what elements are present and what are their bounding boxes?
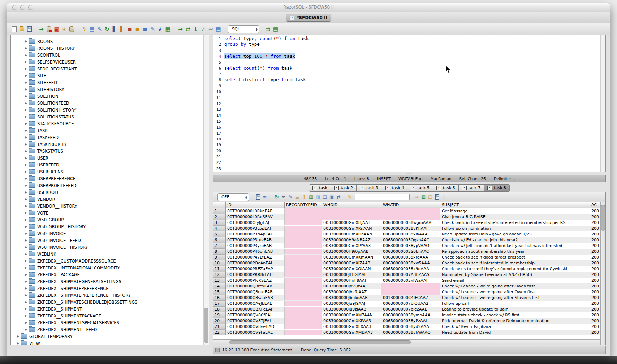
editor-line[interactable]: 14 — [213, 112, 600, 118]
cell-SUBJECT[interactable]: Check-in w/ Jeff - couldn't afford last … — [440, 243, 590, 248]
disclosure-triangle-icon[interactable]: ▶ — [23, 156, 29, 160]
editor-line[interactable]: 10 — [213, 89, 600, 95]
cell-ID[interactable]: 00T3000000Q8rugEAB — [226, 289, 285, 295]
disclosure-triangle-icon[interactable]: ▶ — [23, 53, 29, 57]
tree-item-rooms[interactable]: ▶ROOMS — [11, 38, 209, 45]
editor-line[interactable]: 16 — [213, 124, 600, 130]
cell-SUBJECT[interactable]: Nominated by Shane Freeman at ANZ (HR50) — [440, 272, 590, 277]
editor-line[interactable]: 5 — [213, 59, 600, 65]
cell-WHATID[interactable]: 0013000000C4fFCAAZ — [381, 295, 440, 300]
table-row[interactable]: 1700T3000000QAeJbEAL0033000000Ju9J9AAJ00… — [213, 301, 600, 307]
cell-WHOID[interactable]: 0033000000H9i0pAAB — [322, 249, 381, 254]
disclosure-triangle-icon[interactable]: ▶ — [23, 204, 29, 208]
cell-RECORDTYPEID[interactable] — [285, 301, 322, 306]
results-tab-task-8[interactable]: ×task 8 — [484, 184, 510, 192]
cell-ID[interactable]: 00T3000000P3N4pEAF — [226, 231, 285, 237]
export-icon[interactable]: ▦ — [420, 194, 427, 200]
new-connection-icon[interactable]: ∗ — [60, 25, 68, 33]
editor-line[interactable]: 20 — [213, 148, 600, 154]
row-number[interactable]: 7 — [213, 243, 226, 249]
tree-item-w50-group[interactable]: ▶W50_GROUP — [11, 216, 209, 223]
editor-line[interactable]: 17 — [213, 130, 600, 136]
cell-SUBJECT[interactable]: Send email — [440, 278, 590, 283]
tree-item-global-temporary[interactable]: ▶GLOBAL TEMPORARY — [11, 333, 209, 340]
row-number[interactable]: 4 — [213, 226, 226, 231]
cell-RECORDTYPEID[interactable] — [285, 226, 322, 231]
cell-RECORDTYPEID[interactable] — [285, 266, 322, 272]
tree-scrollbar[interactable] — [203, 35, 209, 344]
cell-AC[interactable]: 200 — [590, 278, 600, 283]
cell-WHATID[interactable]: 006300000058xrqAAA — [381, 255, 440, 260]
cell-RECORDTYPEID[interactable] — [285, 214, 322, 220]
row-number[interactable]: 8 — [213, 249, 226, 255]
row-number[interactable]: 22 — [213, 330, 226, 335]
editor-line[interactable]: 23 — [213, 166, 600, 172]
cell-AC[interactable]: 200 — [590, 237, 600, 243]
results-tab-task[interactable]: ×task — [309, 184, 331, 192]
row-number[interactable]: 9 — [213, 255, 226, 260]
cell-AC[interactable]: 200 — [590, 226, 600, 231]
tree-item-w50-group-history[interactable]: ▶W50_GROUP__HISTORY — [11, 223, 209, 230]
download-icon[interactable]: ↓ — [441, 194, 448, 200]
table-row[interactable]: 900T3000000P47LYEAZ0033000000GmXKmAAN006… — [213, 255, 600, 260]
cell-RECORDTYPEID[interactable] — [285, 260, 322, 266]
row-number[interactable]: 2 — [213, 214, 226, 220]
cell-WHOID[interactable]: 0033000000JbvRJAAZ — [322, 289, 381, 295]
table-row[interactable]: 1000T3000000POeAnEAL0033000000GmXIZAA300… — [213, 260, 600, 266]
tree-item-w50-invoice-feed[interactable]: ▶W50_INVOICE__FEED — [11, 237, 209, 244]
cell-WHOID[interactable]: 0033000000Ju9J9AAJ — [322, 301, 381, 306]
cell-AC[interactable]: 200 — [590, 272, 600, 277]
cell-WHATID[interactable] — [381, 283, 440, 289]
cell-ID[interactable]: 00T3000000QV9FaEAL — [226, 330, 285, 335]
disclosure-triangle-icon[interactable]: ▶ — [23, 273, 29, 276]
close-tab-icon[interactable]: × — [462, 186, 467, 190]
editor-line[interactable]: 2group by type — [213, 42, 600, 47]
disclosure-triangle-icon[interactable]: ▶ — [23, 136, 29, 139]
disclosure-triangle-icon[interactable]: ▶ — [23, 170, 29, 173]
refresh-pages-icon[interactable]: ↻ — [103, 25, 111, 33]
tree-item-solutionfeed[interactable]: ▶SOLUTIONFEED — [11, 100, 209, 107]
cell-AC[interactable]: 200 — [590, 214, 600, 220]
cell-RECORDTYPEID[interactable] — [285, 208, 322, 214]
cell-WHATID[interactable]: 00630000005S0bnAAC — [381, 249, 440, 254]
table-row[interactable]: 200T3000000L0RqSEAVGive Jenn a BIG RAISE… — [213, 214, 600, 220]
cell-WHATID[interactable]: 00630000005QgzhAAC — [381, 237, 440, 243]
disclosure-triangle-icon[interactable]: ▶ — [23, 239, 29, 242]
cell-SUBJECT[interactable]: Check w/ Kevin Tsujihara — [440, 324, 590, 329]
disclosure-triangle-icon[interactable]: ▶ — [23, 211, 29, 214]
row-number[interactable]: 5 — [213, 231, 226, 237]
cell-WHATID[interactable]: 006300000058yd5AAA — [381, 324, 440, 329]
tree-item-zkfedex-shipmatescheduledjobssettings[interactable]: ▶ZKFEDEX__SHIPMATESCHEDULEDJOBSSETTINGS — [11, 299, 209, 306]
table-row[interactable]: 1500T3000000Q8rugEAB0033000000JbvRJAAZCh… — [213, 289, 600, 295]
row-number[interactable]: 14 — [213, 283, 226, 289]
pencil-list-icon[interactable]: ✎ — [149, 25, 156, 33]
mode-combo[interactable]: SQL▲▼ — [228, 25, 259, 33]
row-number[interactable]: 12 — [213, 272, 226, 278]
table-row[interactable]: 1400T3000000Q8rexEAB0033000000JbvQzAAJCh… — [213, 283, 600, 289]
row-number[interactable]: 20 — [213, 318, 226, 324]
align-list-icon[interactable]: ≡ — [141, 25, 149, 33]
table-row[interactable]: 1300T3000000PfvKSEAZ0033000000HirF8AAJ00… — [213, 278, 600, 283]
sort-icon[interactable]: ↕ — [301, 194, 308, 200]
cell-SUBJECT[interactable]: Check w/ Leanne - we're going after Owen… — [440, 283, 590, 289]
disclosure-triangle-icon[interactable]: ▶ — [23, 225, 29, 228]
cell-SUBJECT[interactable]: Leanne to provide update to Bain — [440, 307, 590, 312]
tree-item-userlicense[interactable]: ▶USERLICENSE — [11, 168, 209, 175]
cell-ID[interactable]: 00T3000000P3tuvEAB — [226, 237, 285, 243]
cell-AC[interactable]: 200 — [590, 307, 600, 312]
disclosure-triangle-icon[interactable]: ▶ — [23, 108, 29, 112]
cell-ID[interactable]: 00T3000000PREZaEAP — [226, 266, 285, 272]
disclosure-triangle-icon[interactable]: ▶ — [23, 321, 29, 324]
table-row[interactable]: 400T3000000P3LopEAF0033000000GmXKnAAN006… — [213, 226, 600, 231]
max-rows-combo[interactable]: OFF▲▼ — [217, 193, 249, 201]
cell-RECORDTYPEID[interactable] — [285, 249, 322, 254]
cell-ID[interactable]: 00T3000000P47LYEAZ — [226, 255, 285, 260]
tree-item-vendor[interactable]: ▶VENDOR — [11, 196, 209, 203]
cell-ID[interactable]: 00T3000000QBXPeEAP — [226, 307, 285, 312]
cell-AC[interactable]: 200 — [590, 260, 600, 266]
cell-RECORDTYPEID[interactable] — [285, 318, 322, 324]
cell-ID[interactable]: 00T3000000OiyJgEAJ — [226, 220, 285, 225]
tree-item-vendor-history[interactable]: ▶VENDOR__HISTORY — [11, 203, 209, 209]
highlighter-icon[interactable]: ✎ — [346, 194, 353, 200]
tree-item-zkfedex-shipmategeneralsettings[interactable]: ▶ZKFEDEX__SHIPMATEGENERALSETTINGS — [11, 278, 209, 285]
